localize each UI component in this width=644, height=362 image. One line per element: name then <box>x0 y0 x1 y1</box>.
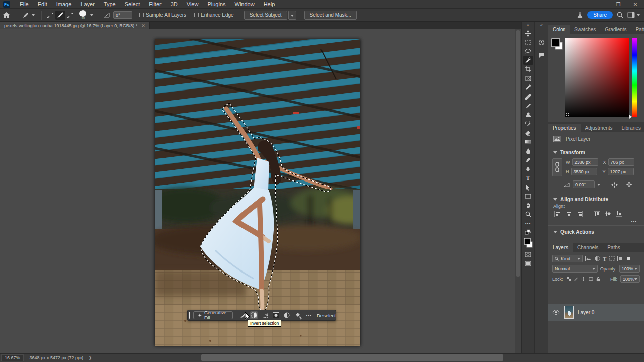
marquee-tool-icon[interactable] <box>523 38 533 47</box>
minimize-button[interactable]: — <box>593 2 610 7</box>
tab-properties[interactable]: Properties <box>548 124 581 132</box>
move-tool-icon[interactable] <box>523 29 533 38</box>
blend-mode-select[interactable]: Normal <box>552 265 598 273</box>
healing-brush-tool-icon[interactable] <box>523 92 533 101</box>
filter-type-icon[interactable]: T <box>603 256 606 262</box>
history-brush-tool-icon[interactable] <box>523 119 533 128</box>
invert-selection-icon[interactable] <box>250 311 258 319</box>
menu-select[interactable]: Select <box>120 0 145 8</box>
menu-edit[interactable]: Edit <box>33 0 52 8</box>
tool-preset-chevron-icon[interactable] <box>32 14 35 16</box>
workspace-chevron-icon[interactable] <box>637 14 640 16</box>
lock-transparency-icon[interactable] <box>567 276 571 282</box>
contextual-task-bar[interactable]: Generative Fill ••• Deselect <box>187 310 336 321</box>
color-field-marker[interactable] <box>566 113 569 116</box>
subtract-from-selection-mode-icon[interactable] <box>65 11 75 20</box>
canvas-horizontal-scrollbar[interactable] <box>201 354 503 361</box>
color-fg-bg-swatches[interactable] <box>551 38 564 50</box>
filter-adjustment-icon[interactable] <box>595 256 600 261</box>
y-field[interactable]: 1207 px <box>608 168 634 175</box>
quick-actions-section-header[interactable]: Quick Actions <box>548 226 644 236</box>
brush-size-chevron-icon[interactable] <box>90 14 93 16</box>
edit-toolbar-icon[interactable]: ••• <box>523 219 533 228</box>
menu-3d[interactable]: 3D <box>166 0 182 8</box>
sample-all-layers-checkbox[interactable]: Sample All Layers <box>139 12 186 18</box>
menu-image[interactable]: Image <box>52 0 76 8</box>
type-tool-icon[interactable]: T <box>523 173 533 183</box>
shape-tool-icon[interactable] <box>523 192 533 201</box>
layer-filter-kind-select[interactable]: Kind <box>552 255 583 262</box>
add-mask-icon[interactable] <box>272 311 280 319</box>
layer-visibility-eye-icon[interactable] <box>552 310 560 315</box>
transform-selection-icon[interactable] <box>261 311 269 319</box>
menu-type[interactable]: Type <box>99 0 120 8</box>
menu-file[interactable]: File <box>15 0 33 8</box>
lock-pixels-icon[interactable] <box>574 276 578 282</box>
menu-view[interactable]: View <box>182 0 203 8</box>
align-top-icon[interactable] <box>594 211 600 217</box>
toolbar-collapse-icon[interactable]: « <box>527 22 529 29</box>
lock-artboard-icon[interactable] <box>589 276 593 282</box>
deselect-button[interactable]: Deselect <box>317 313 336 318</box>
layer-row[interactable]: Layer 0 <box>548 304 644 321</box>
tab-adjustments[interactable]: Adjustments <box>581 124 617 132</box>
document-tab[interactable]: pexels-wellington-cunha-1918445.jpg @ 16… <box>0 22 150 29</box>
x-field[interactable]: 706 px <box>608 158 634 166</box>
adjustment-icon[interactable] <box>283 311 291 319</box>
photo-document[interactable] <box>155 39 360 346</box>
gradient-tool-icon[interactable] <box>523 137 533 146</box>
default-colors-icon[interactable] <box>523 228 533 237</box>
tab-layers[interactable]: Layers <box>548 243 573 252</box>
align-section-header[interactable]: Align and Distribute <box>548 193 644 204</box>
align-right-icon[interactable] <box>577 211 583 217</box>
taskbar-more-options[interactable]: ••• <box>306 313 311 318</box>
search-icon[interactable] <box>617 12 623 18</box>
canvas-area[interactable]: Generative Fill ••• Deselect <box>0 29 521 353</box>
pen-tool-icon[interactable] <box>523 164 533 173</box>
align-more-options[interactable]: ••• <box>548 217 644 223</box>
tech-preview-flask-icon[interactable] <box>577 12 583 19</box>
align-center-h-icon[interactable] <box>566 211 572 217</box>
eraser-tool-icon[interactable] <box>523 128 533 137</box>
generative-fill-button[interactable]: Generative Fill <box>193 311 233 319</box>
tab-channels[interactable]: Channels <box>573 243 603 252</box>
layer-thumbnail[interactable] <box>564 306 574 319</box>
lasso-tool-icon[interactable] <box>523 47 533 56</box>
status-info-chevron-icon[interactable]: ❯ <box>88 355 92 360</box>
share-button[interactable]: Share <box>587 11 613 19</box>
menu-window[interactable]: Window <box>230 0 259 8</box>
height-field[interactable]: 3530 px <box>571 168 597 175</box>
select-subject-chevron-icon[interactable] <box>288 11 296 20</box>
clone-stamp-tool-icon[interactable] <box>523 110 533 119</box>
taskbar-drag-handle[interactable] <box>189 312 190 319</box>
comments-panel-icon[interactable] <box>537 51 547 60</box>
menu-help[interactable]: Help <box>259 0 280 8</box>
menu-filter[interactable]: Filter <box>144 0 166 8</box>
enhance-edge-checkbox[interactable]: Enhance Edge <box>194 12 234 18</box>
select-and-mask-button[interactable]: Select and Mask... <box>304 11 357 20</box>
tab-patterns[interactable]: Patterns <box>631 25 644 34</box>
hand-tool-icon[interactable] <box>523 201 533 210</box>
filter-image-icon[interactable] <box>585 256 592 261</box>
flip-horizontal-icon[interactable] <box>611 182 618 188</box>
frame-tool-icon[interactable] <box>523 74 533 83</box>
path-select-tool-icon[interactable] <box>523 183 533 192</box>
tab-swatches[interactable]: Swatches <box>570 25 600 34</box>
align-middle-v-icon[interactable] <box>605 211 611 217</box>
selection-brush-tool-icon[interactable] <box>523 56 533 65</box>
smudge-tool-icon[interactable] <box>523 155 533 164</box>
eyedropper-tool-icon[interactable] <box>523 83 533 92</box>
filter-shape-icon[interactable] <box>609 256 615 261</box>
canvas-vertical-scrollbar[interactable] <box>515 29 521 353</box>
blur-tool-icon[interactable] <box>523 146 533 155</box>
rotation-field[interactable]: 0.00° <box>573 180 595 188</box>
home-icon[interactable] <box>3 12 13 18</box>
screen-mode-icon[interactable] <box>523 259 533 268</box>
brush-angle-field[interactable]: 0° <box>113 11 132 19</box>
maximize-button[interactable]: ❐ <box>610 2 627 7</box>
dock-collapse-icon[interactable]: « <box>540 22 543 29</box>
fill-field[interactable]: 100% <box>620 275 640 283</box>
width-field[interactable]: 2386 px <box>572 158 598 166</box>
foreground-background-swatches[interactable] <box>523 237 533 250</box>
brush-tool-icon[interactable] <box>523 101 533 110</box>
